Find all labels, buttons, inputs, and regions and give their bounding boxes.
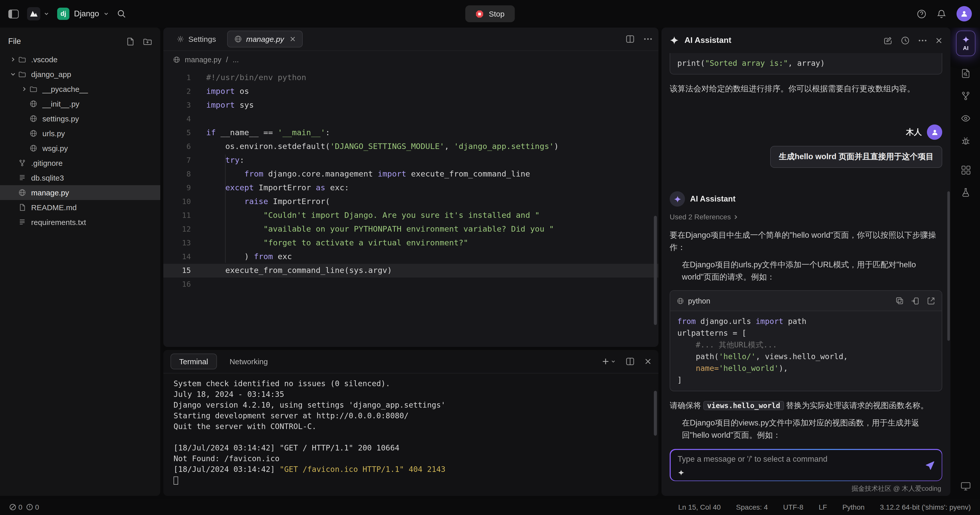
close-tab-button[interactable] [290,36,296,42]
stop-button[interactable]: Stop [465,5,515,22]
tab-settings[interactable]: Settings [169,30,223,48]
git-icon [18,159,31,167]
insert-code-button[interactable] [911,297,919,305]
cursor-position[interactable]: Ln 15, Col 40 [678,503,721,511]
new-folder-button[interactable] [143,37,152,46]
references-label: Used 2 References [670,213,731,221]
new-chat-button[interactable] [883,36,892,45]
line-number: 6 [163,140,206,154]
editor-scrollbar[interactable] [654,216,657,325]
assistant-message-text: 请确保将 views.hello_world 替换为实际处理该请求的视图函数名称… [670,399,942,412]
chat-input-box[interactable] [670,450,942,480]
user-avatar [927,124,942,140]
top-bar: dj Django Stop [0,0,980,27]
tree-item-manage.py[interactable]: manage.py [0,185,160,200]
tree-item-README.md[interactable]: README.md [0,200,160,215]
open-in-new-icon [927,297,935,305]
tree-item-db.sqlite3[interactable]: db.sqlite3 [0,170,160,185]
chat-input[interactable] [678,454,919,464]
remote-session-button[interactable] [961,482,971,491]
language-mode[interactable]: Python [842,503,865,511]
ai-more-button[interactable] [918,39,927,41]
tab-terminal[interactable]: Terminal [170,353,217,369]
tab-networking[interactable]: Networking [221,353,277,369]
new-file-button[interactable] [126,37,135,46]
notifications-button[interactable] [937,9,946,19]
close-terminal-button[interactable] [645,358,651,365]
ai-assistant-rail-button[interactable]: AI [956,30,975,56]
user-avatar[interactable] [956,6,972,21]
split-editor-button[interactable] [626,35,635,43]
close-ai-panel-button[interactable] [935,37,942,44]
code-line: 6 os.environ.setdefault('DJANGO_SETTINGS… [163,140,659,154]
chat-history-button[interactable] [901,36,910,45]
main-area: File .vscodedjango_app__pycache____init_… [0,27,980,499]
send-message-button[interactable] [924,460,935,470]
code-lines: 1#!/usr/bin/env python2import os3import … [163,71,659,291]
breadcrumb-more[interactable]: ... [233,56,239,64]
terminal-output[interactable]: System check identified no issues (0 sil… [163,374,659,496]
search-button[interactable] [117,9,126,18]
terminal-scrollbar[interactable] [654,391,657,436]
tree-item-.vscode[interactable]: .vscode [0,52,160,67]
references-link[interactable]: Used 2 References [670,213,942,221]
chevron-right-icon[interactable] [18,87,30,91]
help-button[interactable] [917,9,926,19]
code-line: path('hello/', views.hello_world, [677,351,935,363]
workspace-menu[interactable] [27,7,49,21]
copy-code-button[interactable] [896,297,904,305]
python-icon [30,100,42,108]
chevron-right-icon[interactable] [7,57,18,62]
toggle-sidebar-button[interactable] [8,9,19,19]
chat-scrollbar[interactable] [947,191,950,341]
code-editor[interactable]: 1#!/usr/bin/env python2import os3import … [163,68,659,347]
text-segment: 请确保将 [670,401,701,410]
chevron-down-icon[interactable] [7,72,18,76]
tree-item-django_app[interactable]: django_app [0,67,160,82]
debug-button[interactable] [961,136,971,146]
code-line: 9 except ImportError as exc: [163,181,659,195]
tree-item-urls.py[interactable]: urls.py [0,126,160,141]
problems-summary[interactable]: 0 0 [9,503,39,511]
line-number: 5 [163,126,206,140]
code-line: 8 from django.core.management import exe… [163,167,659,181]
send-plane-icon [924,460,935,470]
line-number: 4 [163,112,206,126]
breadcrumb[interactable]: manage.py / ... [163,51,659,68]
line-endings[interactable]: LF [819,503,827,511]
user-name: 木人 [906,127,922,137]
text-segment: 替换为实际处理该请求的视图函数名称。 [786,401,928,410]
indentation[interactable]: Spaces: 4 [736,503,768,511]
line-number: 2 [163,85,206,99]
tree-item-.gitignore[interactable]: .gitignore [0,156,160,170]
code-line: 3import sys [163,99,659,112]
code-review-button[interactable] [961,113,971,124]
tree-item-__pycache__[interactable]: __pycache__ [0,82,160,96]
tree-item-__init__.py[interactable]: __init__.py [0,96,160,111]
new-terminal-button[interactable] [602,358,616,365]
file-search-button[interactable] [961,68,971,79]
new-chat-icon [883,36,892,45]
warning-icon [26,504,33,511]
open-code-in-file-button[interactable] [927,297,935,305]
file-encoding[interactable]: UTF-8 [783,503,803,511]
editor-more-button[interactable] [644,38,652,40]
code-line: System check identified no issues (0 sil… [173,378,659,389]
ai-rail-label: AI [963,45,969,51]
tree-item-wsgi.py[interactable]: wsgi.py [0,141,160,156]
widgets-button[interactable] [961,165,970,175]
interpreter[interactable]: 3.12.2 64-bit ('shims': pyenv) [880,503,971,511]
tree-item-settings.py[interactable]: settings.py [0,111,160,126]
tests-button[interactable] [961,187,971,197]
tab-manage-py[interactable]: manage.py [227,30,303,48]
code-line: [18/Jul/2024 03:14:42] "GET / HTTP/1.1" … [173,443,659,453]
tree-item-requirements.txt[interactable]: requirements.txt [0,215,160,230]
vcs-button[interactable] [961,91,971,101]
code-language-label: python [688,297,710,305]
code-line: [18/Jul/2024 03:14:42] "GET /favicon.ico… [173,464,659,475]
project-selector[interactable]: dj Django [57,8,109,20]
doc-icon [18,203,31,211]
split-terminal-button[interactable] [626,357,635,366]
chat-history[interactable]: print("Sorted array is:", array) 该算法会对给定… [662,53,950,444]
ai-assistant-header: AI Assistant [662,27,950,53]
